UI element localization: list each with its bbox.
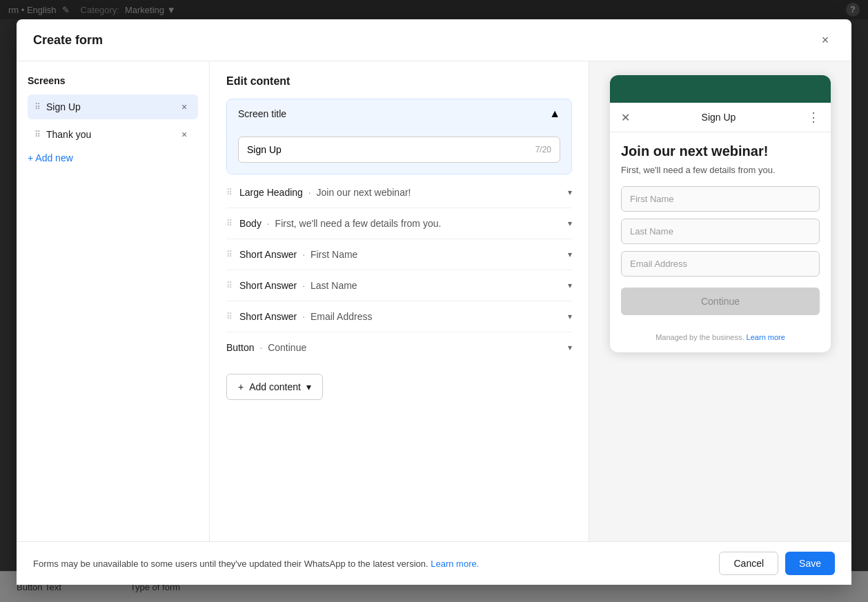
footer-notice: Forms may be unavailable to some users u… bbox=[33, 559, 479, 569]
preview-green-header bbox=[610, 75, 831, 103]
preview-learn-more-link[interactable]: Learn more bbox=[747, 333, 785, 341]
save-button[interactable]: Save bbox=[785, 552, 835, 575]
add-content-chevron: ▾ bbox=[306, 381, 311, 392]
screens-sidebar: Screens ⠿ Sign Up × ⠿ Thank you × + Add … bbox=[17, 61, 210, 541]
content-row-large-heading[interactable]: ⠿ Large Heading · Join our next webinar!… bbox=[226, 177, 572, 208]
drag-email: ⠿ bbox=[226, 312, 233, 321]
button-info: Button · Continue bbox=[226, 342, 561, 353]
drag-lastname: ⠿ bbox=[226, 281, 233, 290]
sidebar-title: Screens bbox=[28, 75, 198, 86]
preview-firstname-field[interactable]: First Name bbox=[621, 186, 820, 212]
preview-email-field[interactable]: Email Address bbox=[621, 251, 820, 277]
remove-thankyou-button[interactable]: × bbox=[177, 128, 191, 141]
screen-label-signup: Sign Up bbox=[46, 101, 172, 112]
screen-label-thankyou: Thank you bbox=[46, 129, 172, 140]
drag-firstname: ⠿ bbox=[226, 250, 233, 259]
preview-nav-title: Sign Up bbox=[702, 112, 736, 123]
footer-learn-more-link[interactable]: Learn more. bbox=[431, 559, 479, 569]
edit-area-inner: Edit content Screen title ▲ 7/20 bbox=[210, 61, 589, 541]
content-row-lastname[interactable]: ⠿ Short Answer · Last Name ▾ bbox=[226, 270, 572, 301]
preview-heading: Join our next webinar! bbox=[621, 143, 820, 159]
content-row-body[interactable]: ⠿ Body · First, we'll need a few details… bbox=[226, 208, 572, 239]
char-count: 7/20 bbox=[535, 145, 551, 154]
preview-nav-menu-icon[interactable]: ⋮ bbox=[807, 110, 820, 125]
modal-header: Create form × bbox=[17, 19, 851, 61]
email-chevron: ▾ bbox=[568, 312, 572, 321]
screen-title-section: Screen title ▲ 7/20 bbox=[226, 99, 572, 174]
preview-continue-button: Continue bbox=[621, 288, 820, 315]
body-info: Body · First, we'll need a few details f… bbox=[239, 218, 561, 229]
preview-area: ✕ Sign Up ⋮ Join our next webinar! First… bbox=[589, 61, 851, 541]
edit-content-title: Edit content bbox=[226, 75, 572, 88]
button-chevron: ▾ bbox=[568, 343, 572, 352]
screen-title-label: Screen title bbox=[238, 108, 286, 119]
content-row-firstname[interactable]: ⠿ Short Answer · First Name ▾ bbox=[226, 239, 572, 270]
preview-footer: Managed by the business. Learn more bbox=[610, 326, 831, 352]
preview-content: Join our next webinar! First, we'll need… bbox=[610, 132, 831, 326]
drag-large-heading: ⠿ bbox=[226, 188, 233, 197]
footer-buttons: Cancel Save bbox=[719, 552, 835, 575]
screen-item-thankyou[interactable]: ⠿ Thank you × bbox=[28, 122, 198, 147]
create-form-modal: Create form × Screens ⠿ Sign Up × ⠿ Than… bbox=[17, 19, 851, 585]
drag-body: ⠿ bbox=[226, 219, 233, 228]
lastname-info: Short Answer · Last Name bbox=[239, 280, 561, 291]
large-heading-chevron: ▾ bbox=[568, 188, 572, 197]
screen-title-body: 7/20 bbox=[227, 128, 571, 174]
preview-card: ✕ Sign Up ⋮ Join our next webinar! First… bbox=[610, 75, 831, 352]
content-row-email[interactable]: ⠿ Short Answer · Email Address ▾ bbox=[226, 301, 572, 332]
cancel-button[interactable]: Cancel bbox=[719, 552, 778, 575]
firstname-chevron: ▾ bbox=[568, 250, 572, 259]
drag-handle-signup: ⠿ bbox=[34, 102, 41, 112]
screen-title-field[interactable] bbox=[247, 144, 535, 155]
drag-handle-thankyou: ⠿ bbox=[34, 130, 41, 139]
add-content-button[interactable]: + Add content ▾ bbox=[226, 374, 323, 400]
preview-lastname-field[interactable]: Last Name bbox=[621, 219, 820, 244]
modal-footer: Forms may be unavailable to some users u… bbox=[17, 541, 851, 585]
screen-item-signup[interactable]: ⠿ Sign Up × bbox=[28, 94, 198, 119]
modal-close-button[interactable]: × bbox=[816, 30, 835, 50]
email-info: Short Answer · Email Address bbox=[239, 311, 561, 322]
preview-footer-text: Managed by the business. bbox=[655, 333, 744, 341]
modal-body: Screens ⠿ Sign Up × ⠿ Thank you × + Add … bbox=[17, 61, 851, 541]
content-row-button[interactable]: Button · Continue ▾ bbox=[226, 332, 572, 363]
large-heading-info: Large Heading · Join our next webinar! bbox=[239, 187, 561, 198]
screen-title-chevron-up: ▲ bbox=[549, 108, 560, 120]
add-content-label: Add content bbox=[249, 381, 301, 392]
screen-title-header[interactable]: Screen title ▲ bbox=[227, 99, 571, 128]
plus-icon: + bbox=[238, 381, 244, 392]
add-new-screen-button[interactable]: + Add new bbox=[28, 152, 198, 163]
body-chevron: ▾ bbox=[568, 219, 572, 228]
edit-content-area: Edit content Screen title ▲ 7/20 bbox=[210, 61, 589, 541]
firstname-info: Short Answer · First Name bbox=[239, 249, 561, 260]
preview-nav-close-icon[interactable]: ✕ bbox=[621, 111, 630, 124]
preview-nav: ✕ Sign Up ⋮ bbox=[610, 103, 831, 132]
remove-signup-button[interactable]: × bbox=[177, 100, 191, 114]
lastname-chevron: ▾ bbox=[568, 281, 572, 290]
preview-body: First, we'll need a few details from you… bbox=[621, 165, 820, 175]
screen-title-input-wrapper: 7/20 bbox=[238, 137, 560, 163]
modal-title: Create form bbox=[33, 33, 103, 48]
content-rows: ⠿ Large Heading · Join our next webinar!… bbox=[226, 177, 572, 363]
